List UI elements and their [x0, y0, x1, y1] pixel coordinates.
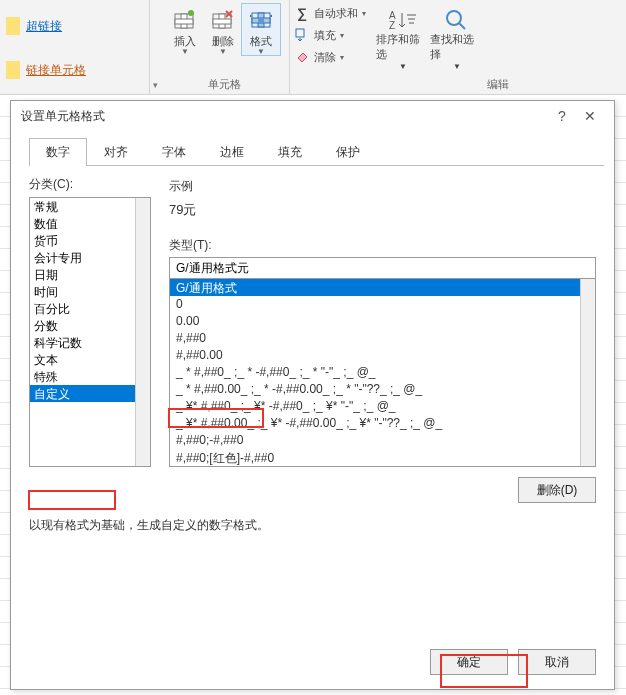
help-button[interactable]: ?	[548, 108, 576, 124]
style-linked-cell-label: 链接单元格	[26, 62, 86, 79]
type-list-item[interactable]: #,##0.00	[170, 347, 595, 364]
style-swatch	[6, 61, 20, 79]
type-list-item[interactable]: 0	[170, 296, 595, 313]
cells-group-label: 单元格	[160, 77, 289, 94]
delete-format-button[interactable]: 删除(D)	[518, 477, 596, 503]
tab-border[interactable]: 边框	[203, 138, 261, 166]
chevron-down-icon: ▼	[399, 62, 407, 71]
sort-filter-icon: AZ	[389, 8, 417, 32]
delete-icon	[211, 8, 235, 32]
style-swatch	[6, 17, 20, 35]
dialog-titlebar[interactable]: 设置单元格格式 ? ✕	[11, 101, 614, 131]
chevron-down-icon: ▼	[181, 49, 189, 55]
category-label: 分类(C):	[29, 176, 151, 193]
category-item[interactable]: 货币	[30, 232, 150, 249]
magnifier-icon	[443, 8, 471, 32]
tab-protection[interactable]: 保护	[319, 138, 377, 166]
insert-button[interactable]: 插入 ▼	[166, 4, 204, 55]
category-item[interactable]: 会计专用	[30, 249, 150, 266]
category-item[interactable]: 自定义	[30, 385, 150, 402]
svg-rect-12	[258, 18, 264, 23]
tab-font[interactable]: 字体	[145, 138, 203, 166]
style-hyperlink[interactable]: 超链接	[6, 4, 143, 48]
style-linked-cell[interactable]: 链接单元格	[6, 48, 143, 92]
type-list-item[interactable]: 0.00	[170, 313, 595, 330]
sigma-icon: ∑	[294, 5, 310, 21]
chevron-down-icon: ▼	[257, 49, 265, 55]
dialog-tabs: 数字 对齐 字体 边框 填充 保护	[29, 137, 604, 166]
category-item[interactable]: 科学记数	[30, 334, 150, 351]
type-list-item[interactable]: _ * #,##0_ ;_ * -#,##0_ ;_ * "-"_ ;_ @_	[170, 364, 595, 381]
ok-button[interactable]: 确定	[430, 649, 508, 675]
fill-down-icon	[294, 27, 310, 43]
tab-fill[interactable]: 填充	[261, 138, 319, 166]
svg-line-17	[459, 23, 465, 29]
category-item[interactable]: 文本	[30, 351, 150, 368]
styles-more-arrow[interactable]: ▾	[150, 0, 160, 94]
category-item[interactable]: 日期	[30, 266, 150, 283]
tab-alignment[interactable]: 对齐	[87, 138, 145, 166]
close-button[interactable]: ✕	[576, 108, 604, 124]
chevron-down-icon: ▾	[340, 31, 344, 40]
category-item[interactable]: 百分比	[30, 300, 150, 317]
type-list-item[interactable]: G/通用格式	[170, 279, 595, 296]
ribbon: 超链接 链接单元格 ▾ 插入 ▼ 删除 ▼	[0, 0, 626, 95]
svg-text:Z: Z	[389, 20, 395, 31]
category-item[interactable]: 时间	[30, 283, 150, 300]
hint-text: 以现有格式为基础，生成自定义的数字格式。	[11, 503, 614, 534]
type-label: 类型(T):	[169, 237, 596, 254]
cancel-button[interactable]: 取消	[518, 649, 596, 675]
type-input[interactable]	[169, 257, 596, 279]
svg-rect-6	[213, 19, 231, 24]
sample-label: 示例	[169, 178, 596, 195]
type-list-item[interactable]: #,##0;[红色]-#,##0	[170, 449, 595, 466]
styles-gallery[interactable]: 超链接 链接单元格	[0, 0, 150, 94]
dialog-title: 设置单元格格式	[21, 108, 105, 125]
sample-value: 79元	[169, 201, 596, 221]
clear-button[interactable]: 清除 ▾	[294, 48, 366, 66]
style-hyperlink-label: 超链接	[26, 18, 62, 35]
type-list-item[interactable]: #,##0	[170, 330, 595, 347]
category-item[interactable]: 常规	[30, 198, 150, 215]
delete-button[interactable]: 删除 ▼	[204, 4, 242, 55]
sort-filter-button[interactable]: AZ 排序和筛选 ▼	[376, 4, 430, 71]
chevron-down-icon: ▼	[219, 49, 227, 55]
type-list-item[interactable]: _ ¥* #,##0.00_ ;_ ¥* -#,##0.00_ ;_ ¥* "-…	[170, 415, 595, 432]
insert-icon	[173, 8, 197, 32]
category-item[interactable]: 特殊	[30, 368, 150, 385]
type-list-item[interactable]: _ ¥* #,##0_ ;_ ¥* -#,##0_ ;_ ¥* "-"_ ;_ …	[170, 398, 595, 415]
category-listbox[interactable]: 常规数值货币会计专用日期时间百分比分数科学记数文本特殊自定义	[29, 197, 151, 467]
type-listbox[interactable]: G/通用格式00.00#,##0#,##0.00_ * #,##0_ ;_ * …	[169, 279, 596, 467]
chevron-down-icon: ▾	[362, 9, 366, 18]
svg-rect-13	[296, 29, 304, 37]
type-list-item[interactable]: _ * #,##0.00_ ;_ * -#,##0.00_ ;_ * "-"??…	[170, 381, 595, 398]
type-list-item[interactable]: #,##0;-#,##0	[170, 432, 595, 449]
category-item[interactable]: 数值	[30, 215, 150, 232]
format-icon	[249, 8, 273, 32]
fill-button[interactable]: 填充 ▾	[294, 26, 366, 44]
format-cells-dialog: 设置单元格格式 ? ✕ 数字 对齐 字体 边框 填充 保护 分类(C): 常规数…	[10, 100, 615, 690]
svg-point-3	[188, 10, 194, 16]
edit-group-label: 编辑	[370, 77, 626, 94]
category-item[interactable]: 分数	[30, 317, 150, 334]
svg-point-16	[447, 11, 461, 25]
chevron-down-icon: ▾	[340, 53, 344, 62]
chevron-down-icon: ▼	[453, 62, 461, 71]
format-button[interactable]: 格式 ▼	[242, 4, 280, 55]
find-select-button[interactable]: 查找和选择 ▼	[430, 4, 484, 71]
svg-rect-2	[175, 19, 193, 24]
tab-number[interactable]: 数字	[29, 138, 87, 166]
autosum-button[interactable]: ∑ 自动求和 ▾	[294, 4, 366, 22]
eraser-icon	[294, 49, 310, 65]
